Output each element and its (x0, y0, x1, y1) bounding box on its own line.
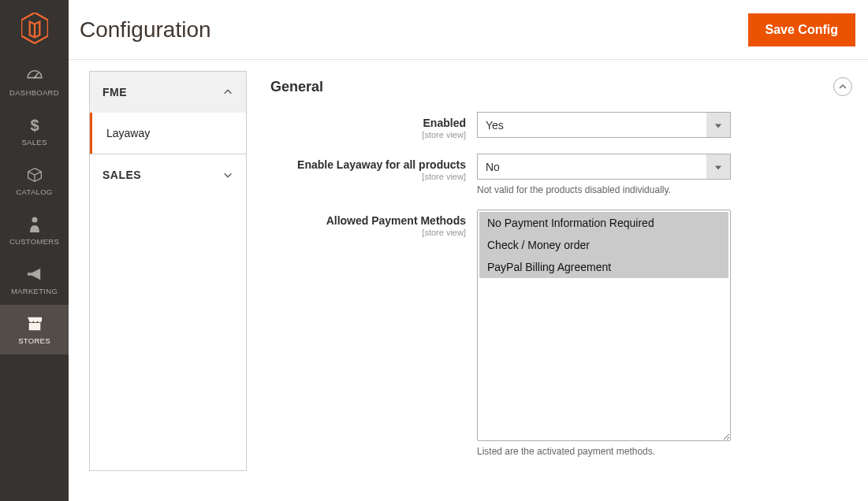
main-content: Configuration Save Config FME Layaway SA (69, 0, 868, 482)
dollar-icon: $ (29, 116, 40, 135)
content-area: FME Layaway SALES General (69, 60, 868, 482)
enable-all-select[interactable]: YesNo (477, 154, 731, 180)
sidebar-item-label: MARKETING (11, 287, 58, 295)
field-enable-all: Enable Layaway for all products [store v… (270, 154, 855, 195)
storefront-icon (26, 314, 43, 333)
sidebar-item-label: SALES (21, 138, 47, 147)
field-note: Listed are the activated payment methods… (477, 446, 731, 457)
config-nav-group-fme: FME Layaway (90, 72, 246, 154)
save-config-button[interactable]: Save Config (748, 13, 855, 46)
config-nav-header-sales[interactable]: SALES (90, 154, 246, 195)
sidebar-item-label: CATALOG (16, 187, 52, 196)
enabled-select[interactable]: YesNo (477, 112, 731, 138)
hexagon-m-icon (21, 13, 48, 44)
field-payment-methods: Allowed Payment Methods [store view] No … (270, 210, 855, 457)
cube-icon (27, 165, 43, 184)
sidebar-item-label: STORES (18, 336, 50, 345)
section-collapse-button[interactable] (833, 77, 852, 96)
field-enabled: Enabled [store view] YesNo (270, 112, 855, 139)
chevron-up-icon (222, 87, 233, 98)
sidebar-item-label: CUSTOMERS (9, 237, 59, 246)
section-title: General (270, 79, 323, 95)
sidebar-item-dashboard[interactable]: DASHBOARD (0, 57, 69, 106)
payment-methods-multiselect[interactable]: No Payment Information RequiredCheck / M… (477, 210, 731, 441)
sidebar-item-label: DASHBOARD (9, 88, 59, 97)
field-note: Not valid for the products disabled indi… (477, 184, 731, 195)
chevron-down-icon (222, 169, 233, 180)
config-form: General Enabled [store view] YesNo (270, 71, 855, 471)
gauge-icon (26, 66, 43, 85)
section-header: General (270, 72, 855, 112)
svg-text:$: $ (30, 117, 39, 134)
config-nav-link-layaway[interactable]: Layaway (90, 113, 246, 154)
svg-point-2 (32, 217, 37, 223)
field-label: Enabled [store view] (270, 112, 477, 139)
field-label: Enable Layaway for all products [store v… (270, 154, 477, 181)
person-icon (28, 215, 41, 234)
page-header: Configuration Save Config (69, 0, 868, 60)
sidebar-item-marketing[interactable]: MARKETING (0, 255, 69, 305)
config-nav-group-label: SALES (102, 169, 141, 181)
config-nav-group-sales: SALES (90, 154, 246, 195)
page-title: Configuration (80, 17, 211, 43)
config-nav-link-label: Layaway (106, 127, 150, 139)
magento-logo[interactable] (0, 0, 69, 57)
field-label: Allowed Payment Methods [store view] (270, 210, 477, 237)
sidebar-item-stores[interactable]: STORES (0, 305, 69, 354)
chevron-up-icon (838, 82, 848, 91)
admin-sidebar: DASHBOARD $ SALES CATALOG CUSTOMERS MARK… (0, 0, 69, 501)
config-nav-group-label: FME (102, 86, 127, 98)
config-nav: FME Layaway SALES (89, 71, 247, 471)
config-nav-header-fme[interactable]: FME (90, 72, 246, 113)
sidebar-item-customers[interactable]: CUSTOMERS (0, 206, 69, 255)
sidebar-item-sales[interactable]: $ SALES (0, 106, 69, 156)
svg-point-0 (33, 76, 35, 79)
sidebar-item-catalog[interactable]: CATALOG (0, 156, 69, 206)
megaphone-icon (26, 265, 43, 284)
